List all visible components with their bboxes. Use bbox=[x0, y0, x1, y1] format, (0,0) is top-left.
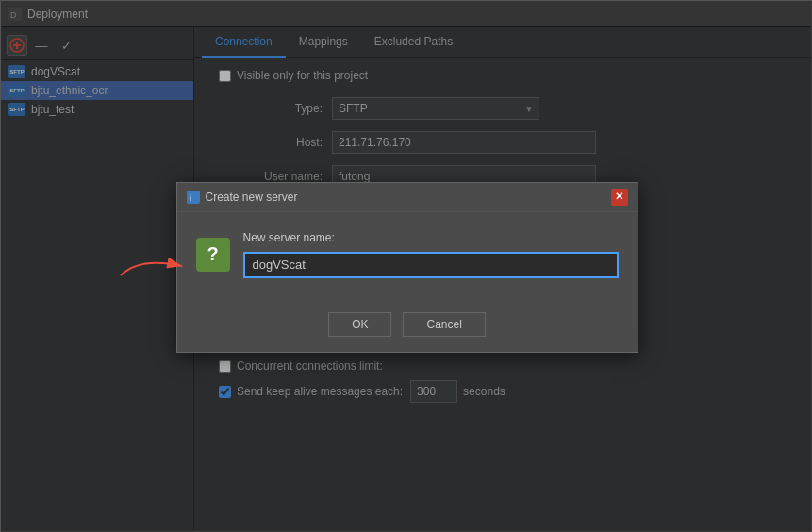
dialog-input-area: New server name: bbox=[243, 231, 619, 278]
new-server-name-input[interactable] bbox=[243, 252, 619, 278]
server-name-label: New server name: bbox=[243, 231, 619, 244]
dialog-title: Create new server bbox=[206, 191, 298, 204]
dialog-title-bar: i Create new server ✕ bbox=[177, 183, 638, 212]
svg-text:i: i bbox=[190, 193, 191, 203]
dialog-icon: i bbox=[187, 191, 200, 204]
question-icon: ? bbox=[196, 238, 230, 272]
modal-overlay: i Create new server ✕ ? New server name: bbox=[1, 1, 812, 532]
dialog-title-left: i Create new server bbox=[187, 191, 298, 204]
create-server-dialog: i Create new server ✕ ? New server name: bbox=[176, 182, 638, 353]
ok-button[interactable]: OK bbox=[328, 312, 391, 337]
dialog-close-button[interactable]: ✕ bbox=[611, 189, 628, 206]
main-window: D Deployment — ✓ bbox=[0, 0, 812, 532]
cancel-button[interactable]: Cancel bbox=[403, 312, 485, 337]
dialog-body: ? New server name: bbox=[177, 212, 638, 303]
dialog-content-row: ? New server name: bbox=[196, 231, 619, 278]
dialog-buttons: OK Cancel bbox=[177, 303, 638, 352]
